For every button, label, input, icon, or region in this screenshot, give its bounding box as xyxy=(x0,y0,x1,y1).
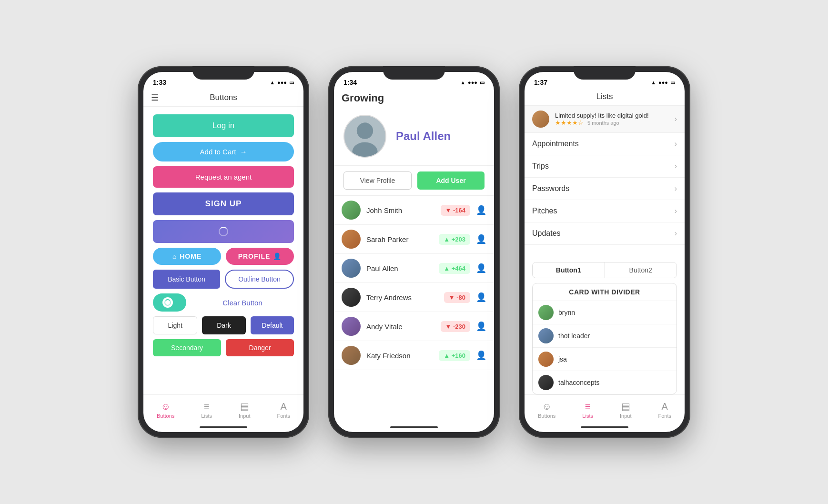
arrow-icon: → xyxy=(240,148,247,156)
nav-lists[interactable]: ≡ Lists xyxy=(197,399,216,421)
user-avatar-2 xyxy=(342,259,361,278)
user-action-icon-2[interactable]: 👤 xyxy=(476,263,486,273)
home-bar-3 xyxy=(581,426,628,428)
signup-button[interactable]: SIGN UP xyxy=(153,192,294,215)
view-profile-button[interactable]: View Profile xyxy=(343,171,412,190)
profile-name: Paul Allen xyxy=(396,130,451,143)
score-badge-1: ▲ +203 xyxy=(439,234,470,245)
nav-3-fonts[interactable]: A Fonts xyxy=(654,399,675,421)
tab-button2[interactable]: Button2 xyxy=(605,262,677,278)
loading-button[interactable] xyxy=(153,220,294,243)
list-item-updates[interactable]: Updates › xyxy=(525,222,685,245)
table-row: Katy Friedson ▲ +160 👤 xyxy=(334,341,494,370)
card-avatar-3 xyxy=(538,375,554,390)
user-action-icon-3[interactable]: 👤 xyxy=(476,292,486,302)
light-button[interactable]: Light xyxy=(153,316,197,334)
nav-buttons-label: Buttons xyxy=(157,413,174,419)
tab-button1[interactable]: Button1 xyxy=(533,262,605,278)
score-badge-5: ▲ +160 xyxy=(439,350,470,361)
pitches-label: Pitches xyxy=(532,207,557,215)
pitches-chevron-icon: › xyxy=(675,207,677,215)
profile-button[interactable]: PROFILE 👤 xyxy=(226,248,294,265)
home-label: HOME xyxy=(180,252,202,260)
nav-input-label: Input xyxy=(239,413,250,419)
nav-fonts[interactable]: A Fonts xyxy=(273,399,294,421)
home-bar-2 xyxy=(390,426,438,428)
app-name: Growing xyxy=(342,92,384,104)
nav-3-lists[interactable]: ≡ Lists xyxy=(578,399,597,421)
home-indicator-2 xyxy=(334,423,494,432)
appointments-label: Appointments xyxy=(532,140,579,148)
card-list-item: talhaconcepts xyxy=(533,371,677,394)
profile-icon: 👤 xyxy=(273,252,282,260)
card-username-1: thot leader xyxy=(558,332,590,340)
battery-icon-2: ▭ xyxy=(480,80,485,86)
profile-section: Paul Allen xyxy=(334,107,494,166)
review-stars: ★★★★☆ xyxy=(555,119,584,126)
toggle-dot xyxy=(162,297,173,308)
wifi-icon-3: ▲ xyxy=(651,80,656,85)
addcart-button[interactable]: Add to Cart → xyxy=(153,142,294,161)
secondary-danger-row: Secondary Danger xyxy=(153,339,294,356)
review-item[interactable]: Limited supply! Its like digital gold! ★… xyxy=(525,106,685,133)
battery-icon: ▭ xyxy=(289,80,294,86)
user-action-icon-1[interactable]: 👤 xyxy=(476,234,486,244)
wifi-icon: ▲ xyxy=(270,80,275,85)
card-avatar-1 xyxy=(538,328,554,343)
list-item-appointments[interactable]: Appointments › xyxy=(525,133,685,155)
dark-button[interactable]: Dark xyxy=(202,316,245,334)
score-badge-3: ▼ -80 xyxy=(444,292,470,303)
card-list-item: jsa xyxy=(533,348,677,371)
phones-container: 1:33 ▲ ●●● ▭ ☰ Buttons Log in Add to Car… xyxy=(138,66,690,438)
default-button[interactable]: Default xyxy=(251,316,294,334)
score-badge-4: ▼ -230 xyxy=(441,321,471,332)
user-action-icon-0[interactable]: 👤 xyxy=(476,205,486,215)
home-icon: ⌂ xyxy=(172,252,177,260)
toggle-button[interactable] xyxy=(153,293,186,312)
clear-button[interactable]: Clear Button xyxy=(191,295,294,311)
secondary-button[interactable]: Secondary xyxy=(153,339,221,356)
appointments-chevron-icon: › xyxy=(675,140,677,148)
reviewer-avatar xyxy=(532,111,549,128)
home-profile-row: ⌂ HOME PROFILE 👤 xyxy=(153,248,294,265)
phone3-header: Lists xyxy=(525,89,685,106)
table-row: Paul Allen ▲ +464 👤 xyxy=(334,254,494,283)
score-badge-2: ▲ +464 xyxy=(439,263,470,274)
hamburger-icon[interactable]: ☰ xyxy=(151,92,159,103)
smiley-icon-3: ☺ xyxy=(542,401,551,412)
outline-button[interactable]: Outline Button xyxy=(225,270,294,289)
list-item-pitches[interactable]: Pitches › xyxy=(525,200,685,222)
trips-label: Trips xyxy=(532,162,549,171)
nav-3-input[interactable]: ▤ Input xyxy=(616,399,635,421)
status-time-1: 1:33 xyxy=(153,79,166,86)
login-button[interactable]: Log in xyxy=(153,114,294,137)
status-time-3: 1:37 xyxy=(534,79,547,86)
danger-button[interactable]: Danger xyxy=(226,339,294,356)
nav-3-buttons[interactable]: ☺ Buttons xyxy=(534,399,559,421)
status-time-2: 1:34 xyxy=(343,79,357,86)
agent-button[interactable]: Request an agent xyxy=(153,166,294,188)
main-avatar xyxy=(343,115,386,158)
home-button[interactable]: ⌂ HOME xyxy=(153,248,221,265)
home-indicator-3 xyxy=(525,423,685,432)
nav-input[interactable]: ▤ Input xyxy=(235,399,254,421)
user-name-0: Johh Smith xyxy=(366,206,435,214)
list-item-trips[interactable]: Trips › xyxy=(525,155,685,178)
light-dark-row: Light Dark Default xyxy=(153,316,294,334)
basic-button[interactable]: Basic Button xyxy=(153,270,220,289)
user-avatar-3 xyxy=(342,288,361,307)
user-name-1: Sarah Parker xyxy=(366,235,433,243)
add-user-button[interactable]: Add User xyxy=(417,171,485,190)
user-action-icon-5[interactable]: 👤 xyxy=(476,350,486,361)
nav-buttons[interactable]: ☺ Buttons xyxy=(153,399,178,421)
card-title: CARD WITH DIVIDER xyxy=(533,283,677,301)
review-time: 5 months ago xyxy=(587,120,619,126)
user-action-icon-4[interactable]: 👤 xyxy=(476,321,486,332)
input-icon-3: ▤ xyxy=(621,401,630,412)
trips-chevron-icon: › xyxy=(675,162,677,171)
list-item-passwords[interactable]: Passwords › xyxy=(525,178,685,200)
toggle-spinner xyxy=(164,299,171,306)
nav-fonts-label: Fonts xyxy=(277,413,290,419)
buttons-content: Log in Add to Cart → Request an agent SI… xyxy=(143,107,303,394)
input-icon: ▤ xyxy=(240,401,249,412)
